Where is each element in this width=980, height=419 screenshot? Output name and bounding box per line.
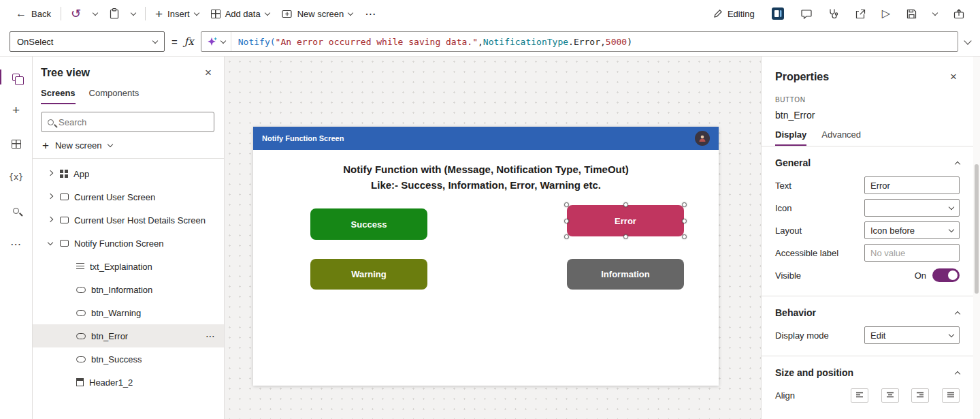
avatar[interactable] xyxy=(695,131,710,146)
error-button[interactable]: Error xyxy=(567,205,684,236)
scrollbar-thumb[interactable] xyxy=(975,164,979,294)
tree-item-current-user-host-details-screen[interactable]: Current User Host Details Screen xyxy=(33,208,224,232)
save-dropdown[interactable] xyxy=(927,3,943,25)
rail-search-button[interactable] xyxy=(0,196,33,226)
rail-data-button[interactable] xyxy=(0,129,33,159)
app-authoring-view-button[interactable] xyxy=(765,3,791,25)
tree-item-txt-explaination[interactable]: txt_Explaination xyxy=(33,255,224,278)
save-button[interactable] xyxy=(900,3,923,25)
success-button[interactable]: Success xyxy=(310,208,427,240)
paste-dropdown[interactable] xyxy=(125,3,142,25)
accessible-label-input[interactable] xyxy=(864,244,960,262)
section-general[interactable]: General xyxy=(775,157,960,168)
rail-insert-button[interactable]: + xyxy=(0,95,33,125)
selection-handle[interactable] xyxy=(623,202,628,207)
preview-play-button[interactable]: ▷ xyxy=(876,3,896,25)
chevron-down-icon xyxy=(348,10,353,15)
scrollbar[interactable] xyxy=(973,57,980,419)
app-screen-preview[interactable]: Notify Function Screen Notify Function w… xyxy=(253,127,719,386)
pencil-icon xyxy=(713,9,723,18)
new-screen-button[interactable]: + New screen xyxy=(42,140,214,151)
align-center-button[interactable] xyxy=(881,388,899,403)
formula-input[interactable]: Notify("An error occurred while saving d… xyxy=(231,37,639,47)
tree-item-app[interactable]: App xyxy=(33,162,224,185)
new-screen-menu[interactable]: New screen xyxy=(276,3,359,25)
chevron-down-icon xyxy=(220,37,226,43)
tree-item-btn-error[interactable]: btn_Error ⋯ xyxy=(33,324,224,347)
chevron-down-icon[interactable] xyxy=(46,243,54,245)
copilot-menu[interactable] xyxy=(201,32,231,51)
align-justify-button[interactable] xyxy=(942,388,960,403)
selection-handle[interactable] xyxy=(564,219,569,223)
paste-button[interactable] xyxy=(103,3,125,25)
visible-label: Visible xyxy=(775,270,864,281)
share-button[interactable] xyxy=(849,3,872,25)
align-left-button[interactable] xyxy=(851,388,868,403)
icon-select[interactable] xyxy=(864,199,960,217)
rail-more-button[interactable]: ⋯ xyxy=(0,229,33,259)
chevron-down-icon xyxy=(107,142,112,147)
screen-icon xyxy=(60,217,69,223)
warning-button[interactable]: Warning xyxy=(310,259,427,290)
tree-item-current-user-screen[interactable]: Current User Screen xyxy=(33,185,224,208)
app-checker-button[interactable] xyxy=(822,3,845,25)
chevron-right-icon[interactable] xyxy=(46,196,54,198)
add-data-menu[interactable]: Add data xyxy=(205,3,276,25)
field-display-mode: Display mode Edit xyxy=(775,326,960,344)
selection-handle[interactable] xyxy=(682,234,687,239)
text-value-input[interactable] xyxy=(864,176,960,194)
publish-button[interactable] xyxy=(947,3,970,25)
layout-select[interactable]: Icon before xyxy=(864,221,960,239)
section-general-title: General xyxy=(775,157,811,168)
tree-item-header1-2[interactable]: Header1_2 xyxy=(33,371,224,394)
display-mode-select[interactable]: Edit xyxy=(864,326,960,344)
tab-components[interactable]: Components xyxy=(89,88,140,104)
comments-button[interactable] xyxy=(795,3,818,25)
explanation-text[interactable]: Notify Function with (Message, Notificat… xyxy=(253,150,719,193)
rail-variables-button[interactable]: {x} xyxy=(0,162,33,192)
selection-handle[interactable] xyxy=(682,202,687,207)
formula-token: .Error, xyxy=(568,37,606,47)
item-more-icon[interactable]: ⋯ xyxy=(206,330,216,341)
search-input[interactable] xyxy=(59,117,208,127)
chevron-down-icon xyxy=(949,226,954,232)
new-screen-icon xyxy=(282,10,293,18)
information-button[interactable]: Information xyxy=(567,259,684,290)
selection-handle[interactable] xyxy=(682,219,687,223)
close-icon[interactable]: × xyxy=(947,70,960,84)
layout-select-value: Icon before xyxy=(870,226,915,236)
tree-item-notify-function-screen[interactable]: Notify Function Screen xyxy=(33,232,224,255)
close-icon[interactable]: × xyxy=(202,66,214,80)
design-canvas[interactable]: Notify Function Screen Notify Function w… xyxy=(225,57,761,419)
tree-item-btn-information[interactable]: btn_Information xyxy=(33,278,224,301)
undo-dropdown[interactable] xyxy=(87,3,103,25)
tree-item-btn-success[interactable]: btn_Success xyxy=(33,347,224,371)
visible-toggle[interactable] xyxy=(932,268,960,282)
back-button[interactable]: ← Back xyxy=(10,3,57,25)
tab-advanced[interactable]: Advanced xyxy=(821,129,861,146)
fx-icon: ƒx xyxy=(184,35,194,48)
tree-item-btn-warning[interactable]: btn_Warning xyxy=(33,301,224,324)
editing-mode-button[interactable]: Editing xyxy=(707,3,761,25)
formula-bar-expand-button[interactable] xyxy=(964,37,971,44)
selection-handle[interactable] xyxy=(564,202,569,207)
selection-handle[interactable] xyxy=(623,234,628,239)
undo-button[interactable]: ↺ xyxy=(65,3,87,25)
chevron-right-icon[interactable] xyxy=(46,173,54,175)
rail-tree-view-button[interactable] xyxy=(0,62,33,92)
chevron-right-icon[interactable] xyxy=(46,219,54,221)
icon-label: Icon xyxy=(775,203,864,213)
section-size-position[interactable]: Size and position xyxy=(775,367,960,378)
app-screen-header[interactable]: Notify Function Screen xyxy=(253,127,719,150)
heading-line-2: Like:- Success, Information, Error, Warn… xyxy=(253,177,719,193)
app-screen-title: Notify Function Screen xyxy=(262,134,344,142)
tab-display[interactable]: Display xyxy=(775,129,806,146)
selection-handle[interactable] xyxy=(564,234,569,239)
insert-menu[interactable]: + Insert xyxy=(149,3,205,25)
align-right-button[interactable] xyxy=(911,388,929,403)
tab-screens[interactable]: Screens xyxy=(41,88,76,104)
section-behavior[interactable]: Behavior xyxy=(775,307,960,318)
chevron-down-icon xyxy=(152,37,158,43)
property-selector[interactable]: OnSelect xyxy=(10,31,165,52)
more-commands-button[interactable]: ⋯ xyxy=(359,3,382,25)
